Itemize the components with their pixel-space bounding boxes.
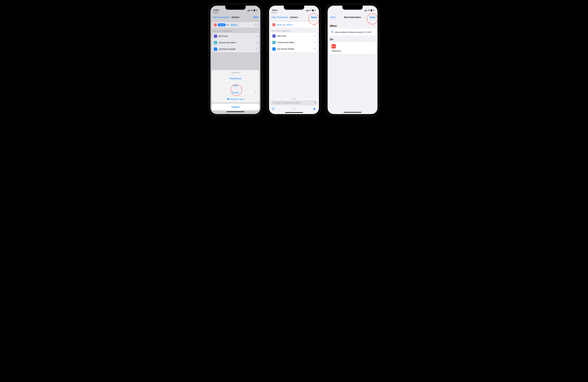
bluetooth-icon [331, 30, 333, 34]
do-card[interactable]: ▶॥ Play/Pause [329, 42, 376, 54]
suggestion-set-focus[interactable]: ☾ Set Focus + [271, 33, 317, 39]
phone-mockup-3: ‹ Back New Automation Done When When And… [326, 4, 379, 116]
home-indicator[interactable] [227, 112, 244, 112]
nav-back-button[interactable]: ‹ New Automation [271, 16, 288, 19]
wifi-icon [309, 9, 311, 11]
suggestion-list: ☾ Set Focus + ▤ Choose from Menu + ▭ Get… [271, 33, 317, 52]
chevron-left-icon: ‹ [330, 16, 331, 19]
location-icon: ➤ [276, 9, 278, 11]
search-icon [272, 101, 274, 104]
nav-done-button[interactable]: Done [370, 16, 376, 19]
do-text: Play/Pause [331, 50, 341, 52]
wifi-icon [368, 9, 370, 11]
suggestion-choose-menu[interactable]: ▤ Choose from Menu + [271, 39, 317, 46]
nav-bar: ‹ New Automation Actions Next [269, 14, 319, 21]
search-bar[interactable]: Search for apps and actions [271, 100, 317, 105]
add-icon[interactable]: + [314, 47, 316, 51]
breadcrumb-back[interactable]: ◂ Search [271, 12, 277, 14]
suggestions-label: Next Action Suggestions [271, 30, 317, 32]
cellular-icon [364, 10, 367, 11]
redo-button [292, 107, 296, 111]
sheet-option-play[interactable]: Play [212, 82, 259, 89]
phone-mockup-1: 2:32 ➤ ◂ Search ‹ New Automation Actions [209, 4, 262, 116]
sheet-option-pause[interactable]: Pause [212, 89, 259, 96]
notch [225, 6, 246, 10]
mic-icon[interactable] [314, 101, 316, 104]
add-icon[interactable]: + [314, 34, 316, 38]
nav-title: Actions [290, 16, 298, 19]
sheet-option-ask[interactable]: Ask Each Time [212, 96, 259, 103]
when-heading: When [330, 24, 375, 27]
screen-new-automation: ‹ Back New Automation Done When When And… [328, 6, 378, 114]
nav-title: New Automation [344, 16, 361, 19]
when-text: When Andrew's iPhone connects to "SYNC" [335, 31, 372, 33]
nav-next-button[interactable]: Next [311, 16, 317, 19]
status-time: 2:32 [272, 9, 276, 11]
chevron-left-icon: ‹ [271, 16, 272, 19]
toolbar: ▶ [271, 105, 317, 111]
action-pill[interactable]: Pause [276, 24, 282, 26]
when-card[interactable]: When Andrew's iPhone connects to "SYNC" [329, 29, 376, 36]
action-sheet: Play/Pause Play/Pause Play Pause Ask Eac… [210, 6, 260, 114]
play-pause-icon: ▶॥ [331, 44, 336, 48]
nav-bar: ‹ Back New Automation Done [328, 14, 378, 21]
suggestion-device-details[interactable]: ▭ Get Device Details + [271, 46, 317, 52]
add-icon[interactable]: + [314, 41, 316, 44]
focus-icon: ☾ [272, 34, 276, 38]
device-icon: ▭ [272, 47, 276, 51]
cellular-icon [306, 10, 308, 11]
undo-button[interactable] [271, 107, 275, 111]
svg-line-1 [273, 103, 274, 103]
battery-icon [371, 10, 374, 11]
play-pause-icon: ▶॥ [272, 23, 275, 26]
screen-actions-with-sheet: 2:32 ➤ ◂ Search ‹ New Automation Actions [210, 6, 260, 114]
sheet-option-playpause[interactable]: Play/Pause [212, 75, 259, 82]
nav-back-button[interactable]: ‹ Back [330, 16, 336, 19]
screen-actions: 2:32 ➤ ◂ Search ‹ New Automation Actions [269, 6, 319, 114]
search-placeholder: Search for apps and actions [275, 102, 300, 104]
sheet-cancel-button[interactable]: Cancel [212, 104, 259, 111]
sheet-header: Play/Pause [212, 70, 259, 75]
notch [342, 6, 363, 10]
clear-action-button[interactable]: ✕ [313, 23, 316, 26]
notch [284, 6, 304, 10]
chevron-left-icon: ◂ [271, 12, 272, 14]
phone-mockup-2: 2:32 ➤ ◂ Search ‹ New Automation Actions [267, 4, 321, 116]
grabber[interactable] [292, 99, 296, 99]
home-indicator[interactable] [344, 112, 361, 112]
battery-icon [312, 10, 315, 11]
do-heading: Do [330, 38, 375, 41]
device-pill[interactable]: iPhone [286, 24, 293, 26]
sheet-options: Play/Pause Play/Pause Play Pause Ask Eac… [212, 70, 259, 103]
message-icon [227, 98, 229, 100]
svg-rect-2 [315, 101, 315, 103]
home-indicator[interactable] [285, 112, 303, 113]
run-button[interactable]: ▶ [313, 107, 317, 111]
content-area: When When Andrew's iPhone connects to "S… [328, 21, 378, 114]
menu-icon: ▤ [272, 41, 276, 44]
on-text: on [283, 24, 285, 26]
action-block[interactable]: ▶॥ Pause on iPhone ✕ [271, 22, 317, 27]
bottom-area: Search for apps and actions ▶ [269, 97, 319, 114]
